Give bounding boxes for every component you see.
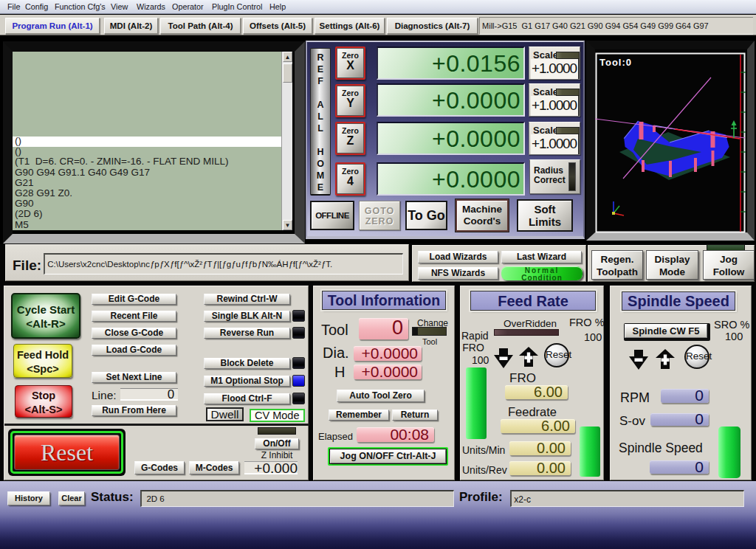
- svg-text:Tool:0: Tool:0: [599, 57, 632, 68]
